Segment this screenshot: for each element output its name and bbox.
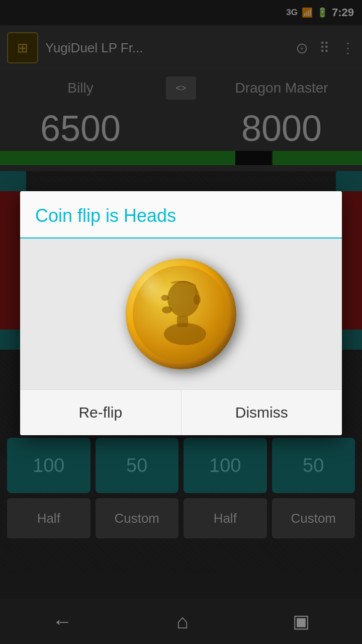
svg-point-2: [164, 323, 206, 345]
reflip-button[interactable]: Re-flip: [20, 390, 182, 435]
dialog-title-area: Coin flip is Heads: [20, 191, 342, 238]
dialog-title: Coin flip is Heads: [35, 205, 176, 226]
coin-flip-dialog: Coin flip is Heads: [20, 191, 342, 435]
svg-point-4: [162, 306, 172, 313]
nav-home-button[interactable]: ⌂: [176, 610, 189, 633]
dismiss-button[interactable]: Dismiss: [182, 390, 342, 435]
dialog-content: [20, 238, 342, 389]
nav-recents-button[interactable]: ▣: [293, 611, 310, 632]
nav-back-button[interactable]: ←: [52, 610, 72, 633]
app-root: 3G 📶 🔋 7:29 ⊞ YugiDuel LP Fr... ⊙ ⠿ ⋮ Bi…: [0, 0, 362, 644]
dialog-overlay: Coin flip is Heads: [0, 0, 362, 599]
coin-image: [126, 259, 236, 369]
dialog-actions: Re-flip Dismiss: [20, 389, 342, 435]
nav-bar: ← ⌂ ▣: [0, 599, 362, 644]
